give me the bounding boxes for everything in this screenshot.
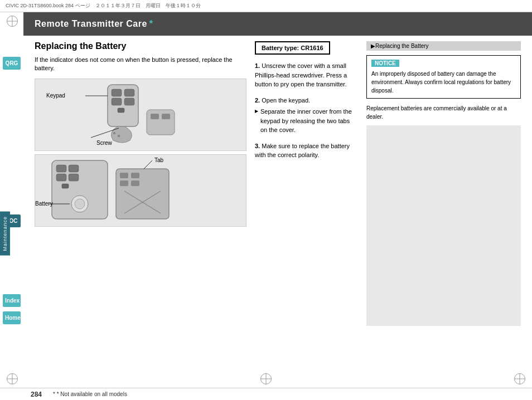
left-column: Replacing the Battery If the indicator d…: [35, 41, 246, 326]
svg-rect-7: [118, 135, 120, 137]
keypad-image-box: Keypad Screw: [35, 79, 246, 151]
sidebar-maintenance-label: Maintenance: [0, 212, 10, 256]
battery-illustration: Battery Tab: [35, 155, 246, 226]
step-1-num: 1.: [255, 62, 260, 69]
svg-rect-1: [112, 89, 122, 96]
svg-rect-29: [131, 181, 139, 186]
svg-rect-19: [69, 174, 79, 181]
step-1: 1. Unscrew the cover with a small Philli…: [255, 61, 358, 89]
left-sidebar: QRG TOC Index Home: [0, 12, 23, 388]
svg-text:Battery: Battery: [35, 201, 53, 207]
svg-rect-26: [120, 173, 128, 178]
notice-text: An improperly disposed of battery can da…: [371, 70, 516, 95]
sidebar-item-qrg[interactable]: QRG: [3, 57, 21, 70]
battery-image-box: Battery Tab: [35, 154, 246, 227]
additional-text: Replacement batteries are commercially a…: [366, 104, 521, 121]
top-metadata-bar: CIVIC 2D-31TS8600.book 284 ページ ２０１１年３月７日…: [0, 0, 532, 12]
svg-rect-17: [69, 165, 79, 172]
battery-svg: Battery Tab: [35, 155, 191, 226]
svg-rect-13: [151, 114, 159, 119]
step-3-num: 3.: [255, 143, 260, 149]
step-3-text: Make sure to replace the battery with th…: [255, 143, 350, 159]
keypad-svg: Keypad Screw: [35, 79, 191, 150]
right-gray-area: [366, 125, 521, 326]
sidebar-item-home[interactable]: Home: [3, 311, 21, 324]
svg-rect-3: [112, 98, 122, 105]
svg-rect-27: [131, 173, 139, 178]
page-header-bar: Remote Transmitter Care*: [23, 12, 532, 36]
svg-rect-6: [113, 132, 115, 134]
bottom-bar: 284 * * Not available on all models: [0, 388, 532, 400]
svg-rect-12: [147, 110, 175, 135]
page-number: 284: [31, 391, 42, 398]
svg-rect-16: [56, 165, 66, 172]
svg-rect-5: [118, 108, 124, 113]
battery-type-box: Battery type: CR1616: [255, 41, 330, 55]
intro-text: If the indicator does not come on when t…: [35, 56, 246, 73]
metadata-text: CIVIC 2D-31TS8600.book 284 ページ ２０１１年３月７日…: [6, 2, 201, 9]
svg-rect-18: [56, 174, 66, 181]
svg-line-32: [144, 160, 152, 169]
svg-rect-14: [162, 114, 170, 119]
right-section-header: ▶Replacing the Battery: [366, 41, 521, 51]
svg-rect-28: [120, 181, 128, 186]
step-2: 2. Open the keypad. Separate the inner c…: [255, 96, 358, 135]
footnote-asterisk: *: [53, 391, 57, 397]
notice-box: NOTICE An improperly disposed of battery…: [366, 55, 521, 99]
sidebar-item-index[interactable]: Index: [3, 294, 21, 307]
step-3: 3. Make sure to replace the battery with…: [255, 142, 358, 160]
svg-text:Screw: Screw: [96, 140, 113, 146]
footnote-label: * Not available on all models: [57, 391, 127, 397]
keypad-illustration: Keypad Screw: [35, 79, 246, 150]
main-content: Remote Transmitter Care* Replacing the B…: [23, 12, 532, 388]
right-column: ▶Replacing the Battery NOTICE An imprope…: [358, 41, 521, 326]
svg-rect-4: [124, 98, 134, 105]
svg-point-22: [75, 199, 85, 209]
step-1-text: Unscrew the cover with a small Phillips-…: [255, 62, 347, 87]
notice-label: NOTICE: [371, 60, 399, 67]
right-header-text: ▶Replacing the Battery: [371, 43, 429, 49]
svg-text:Keypad: Keypad: [46, 92, 65, 99]
steps-column: Battery type: CR1616 1. Unscrew the cove…: [246, 41, 358, 326]
header-title: Remote Transmitter Care: [35, 19, 147, 29]
step-2-num: 2.: [255, 97, 260, 104]
svg-rect-20: [62, 184, 69, 188]
step-2-bullet: Separate the inner cover from the keypad…: [255, 107, 358, 135]
step-2-bullet-text: Separate the inner cover from the keypad…: [260, 107, 358, 135]
header-asterisk: *: [149, 19, 153, 29]
svg-rect-2: [124, 89, 134, 96]
step-2-text: Open the keypad.: [262, 97, 310, 104]
footnote-text: * * Not available on all models: [53, 391, 127, 397]
svg-text:Tab: Tab: [154, 157, 164, 163]
content-body: Replacing the Battery If the indicator d…: [23, 36, 532, 331]
page-title: Replacing the Battery: [35, 41, 246, 51]
